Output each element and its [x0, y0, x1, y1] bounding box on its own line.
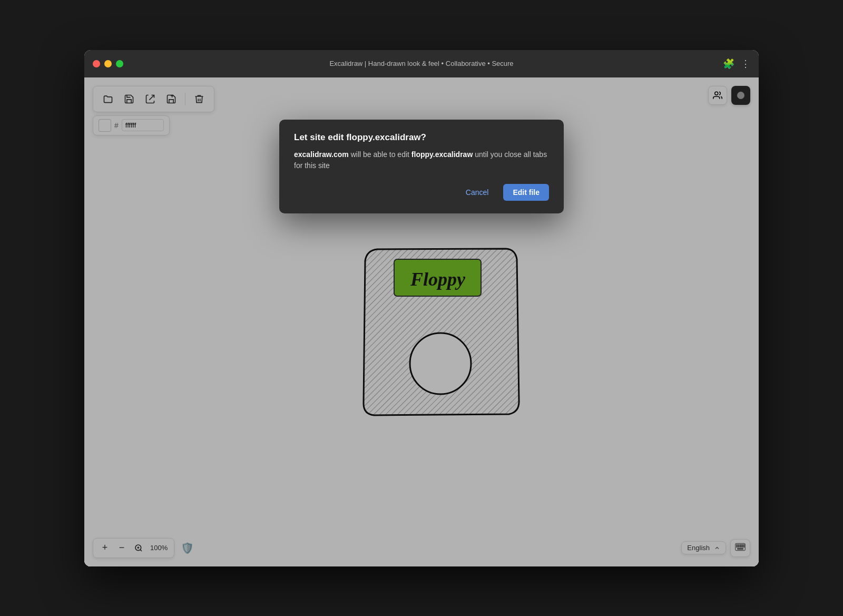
minimize-button[interactable] — [104, 60, 112, 67]
dialog-overlay: Let site edit floppy.excalidraw? excalid… — [84, 77, 759, 566]
title-bar: Excalidraw | Hand-drawn look & feel • Co… — [84, 50, 759, 77]
traffic-lights — [93, 60, 123, 67]
file-edit-dialog: Let site edit floppy.excalidraw? excalid… — [279, 120, 564, 213]
dialog-body-middle: will be able to edit — [349, 150, 411, 159]
dialog-filename: floppy.excalidraw — [411, 150, 473, 159]
edit-file-button[interactable]: Edit file — [503, 184, 549, 201]
close-button[interactable] — [93, 60, 100, 67]
dialog-title: Let site edit floppy.excalidraw? — [294, 132, 549, 143]
dialog-body: excalidraw.com will be able to edit flop… — [294, 149, 549, 171]
dialog-actions: Cancel Edit file — [294, 184, 549, 201]
title-bar-right: 🧩 ⋮ — [723, 58, 750, 70]
maximize-button[interactable] — [116, 60, 123, 67]
browser-content: # — [84, 77, 759, 566]
cancel-button[interactable]: Cancel — [457, 184, 497, 201]
extensions-icon[interactable]: 🧩 — [723, 58, 734, 70]
mac-window: Excalidraw | Hand-drawn look & feel • Co… — [84, 50, 759, 566]
more-options-icon[interactable]: ⋮ — [741, 58, 750, 70]
dialog-site: excalidraw.com — [294, 150, 349, 159]
window-title: Excalidraw | Hand-drawn look & feel • Co… — [329, 60, 513, 67]
